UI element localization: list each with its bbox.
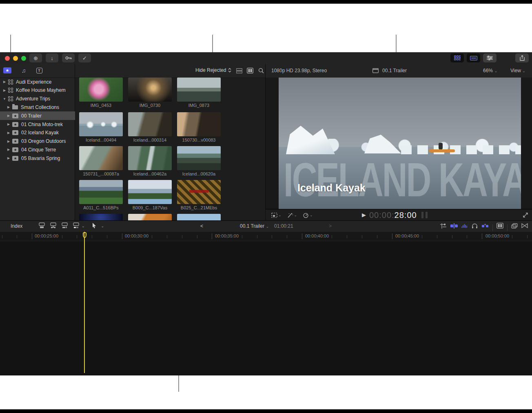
chevron-down-icon[interactable]: ⌄ bbox=[101, 223, 104, 229]
previous-project-arrow[interactable]: < bbox=[200, 223, 203, 229]
browser-clip-thumbnail[interactable] bbox=[177, 78, 221, 102]
browser-clip-thumbnail[interactable] bbox=[79, 78, 123, 102]
crop-icon[interactable]: ⌄ bbox=[271, 213, 282, 218]
enhance-wand-icon[interactable]: ⌄ bbox=[287, 213, 297, 218]
playhead-handle[interactable] bbox=[83, 232, 86, 238]
filter-dropdown[interactable]: Hide Rejected bbox=[195, 67, 231, 73]
play-button[interactable]: ▶ bbox=[362, 212, 366, 218]
browser-clip-thumbnail[interactable] bbox=[128, 112, 172, 136]
music-photos-tab[interactable]: ♫ bbox=[20, 67, 28, 74]
timeline-option-buttons bbox=[440, 222, 528, 229]
disclosure-collapsed-icon[interactable]: ▶ bbox=[7, 156, 11, 160]
trim-lines-icon[interactable] bbox=[440, 223, 447, 229]
disclosure-collapsed-icon[interactable]: ▶ bbox=[2, 80, 7, 84]
audio-meter-bar bbox=[421, 212, 423, 218]
ruler-timecode: 00:00:35:00 bbox=[215, 233, 239, 238]
library-tab[interactable]: ★ bbox=[3, 67, 11, 74]
disclosure-expanded-icon[interactable]: ▼ bbox=[2, 97, 7, 101]
insert-edit-icon[interactable] bbox=[50, 222, 57, 229]
browser-filmstrip-button[interactable] bbox=[467, 53, 480, 62]
sidebar-item-adventure-trips[interactable]: ▼Adventure Trips bbox=[0, 95, 77, 103]
sidebar-item-02-iceland-kayak[interactable]: ▶★02 Iceland Kayak bbox=[0, 129, 81, 137]
browser-clip-thumbnail[interactable] bbox=[79, 146, 123, 170]
toolbar-divider bbox=[492, 224, 493, 231]
inspector-sliders-button[interactable] bbox=[483, 53, 497, 62]
minimize-window-button[interactable] bbox=[13, 56, 18, 61]
checkmark-circle-button[interactable]: ✓ bbox=[78, 53, 91, 62]
audio-waveform-icon[interactable] bbox=[461, 223, 468, 229]
browser-clip-thumbnail[interactable] bbox=[79, 214, 123, 220]
browser-clip-thumbnail[interactable] bbox=[177, 112, 221, 136]
ruler-tick bbox=[452, 235, 452, 238]
browser-clip-thumbnail[interactable] bbox=[128, 146, 172, 170]
share-button[interactable] bbox=[515, 53, 529, 62]
viewer-zoom-dropdown[interactable]: 66% ⌄ bbox=[483, 68, 497, 73]
sidebar-item-koffee-house-mayhem[interactable]: ▶Koffee House Mayhem bbox=[0, 86, 77, 95]
disclosure-collapsed-icon[interactable]: ▶ bbox=[7, 148, 11, 151]
browser-clip-thumbnail[interactable] bbox=[128, 180, 172, 204]
browser-clip-thumbnail[interactable] bbox=[128, 214, 172, 220]
filmstrip-icon[interactable] bbox=[497, 223, 503, 229]
index-button[interactable]: Index bbox=[11, 223, 22, 229]
browser-grid-button[interactable] bbox=[450, 53, 464, 62]
select-arrow-icon[interactable] bbox=[92, 222, 97, 229]
ruler-tick bbox=[482, 233, 482, 239]
bowtie-icon[interactable] bbox=[521, 223, 528, 228]
sidebar-item-01-china-moto-trek[interactable]: ▶★01 China Moto-trek bbox=[0, 120, 81, 129]
sidebar-item-00-trailer[interactable]: ▶★00 Trailer bbox=[0, 111, 81, 120]
disclosure-collapsed-icon[interactable]: ▶ bbox=[7, 131, 11, 135]
sidebar-item-04-cinque-terre[interactable]: ▶★04 Cinque Terre bbox=[0, 145, 81, 154]
sidebar-item-03-oregon-outdoors[interactable]: ▶★03 Oregon Outdoors bbox=[0, 137, 81, 146]
connect-edit-icon[interactable] bbox=[38, 222, 45, 229]
filmstrip-view-icon[interactable] bbox=[247, 68, 253, 73]
browser-clip-name: B025_C...21MEbs bbox=[177, 205, 221, 210]
append-edit-icon[interactable] bbox=[61, 222, 68, 229]
chevron-down-icon: ⌄ bbox=[266, 224, 269, 229]
headphones-icon[interactable] bbox=[472, 223, 478, 229]
overlay-title: Iceland Kayak bbox=[297, 182, 366, 194]
browser-clip-thumbnail[interactable] bbox=[177, 180, 221, 204]
stack-icon[interactable] bbox=[511, 223, 518, 229]
download-arrow-button[interactable]: ↓ bbox=[46, 53, 58, 62]
browser-clip-thumbnail[interactable] bbox=[79, 180, 123, 204]
snapping-clips-icon[interactable] bbox=[450, 223, 458, 229]
titles-generators-tab[interactable]: T bbox=[35, 67, 43, 74]
browser-clip-thumbnail[interactable] bbox=[79, 112, 123, 136]
key-button[interactable] bbox=[62, 53, 75, 62]
disclosure-collapsed-icon[interactable]: ▶ bbox=[7, 114, 11, 118]
timeline-project-dropdown[interactable]: 00.1 Trailer ⌄ bbox=[240, 223, 269, 229]
solo-clips-icon[interactable] bbox=[481, 223, 489, 229]
updown-chevron-icon bbox=[228, 68, 231, 73]
disclosure-collapsed-icon[interactable]: ▶ bbox=[2, 89, 7, 92]
sidebar-item-smart-collections[interactable]: ▶Smart Collections bbox=[0, 103, 81, 111]
video-frame[interactable]: ICELAND KAYAK Iceland Kayak bbox=[279, 78, 521, 209]
ruler-tick bbox=[257, 235, 257, 238]
disclosure-collapsed-icon[interactable]: ▶ bbox=[7, 122, 11, 126]
sidebar-item-label: Koffee House Mayhem bbox=[16, 87, 66, 93]
disclosure-collapsed-icon[interactable]: ▶ bbox=[7, 105, 11, 109]
timeline-ruler[interactable]: 00:00:25:0000:00:30:0000:00:35:0000:00:4… bbox=[0, 232, 532, 241]
retime-speed-icon[interactable]: ⌄ bbox=[303, 213, 313, 218]
disclosure-collapsed-icon[interactable]: ▶ bbox=[7, 140, 11, 143]
search-icon[interactable] bbox=[258, 68, 264, 73]
close-window-button[interactable] bbox=[5, 56, 10, 61]
zoom-window-button[interactable] bbox=[21, 56, 26, 61]
ruler-tick bbox=[77, 235, 77, 238]
ruler-timecode: 00:00:40:00 bbox=[305, 233, 329, 238]
next-project-arrow[interactable]: > bbox=[329, 223, 332, 229]
browser-clip-thumbnail[interactable] bbox=[128, 78, 172, 102]
fullscreen-expand-icon[interactable] bbox=[523, 212, 528, 220]
chevron-down-icon[interactable]: ⌄ bbox=[82, 223, 85, 229]
browser-clip-thumbnail[interactable] bbox=[177, 214, 221, 220]
playhead-line[interactable] bbox=[84, 232, 85, 373]
plus-circle-button[interactable]: ⊕ bbox=[29, 53, 42, 62]
browser-clip-thumbnail[interactable] bbox=[177, 146, 221, 170]
overwrite-edit-icon[interactable] bbox=[73, 222, 80, 229]
viewer-view-dropdown[interactable]: View ⌄ bbox=[510, 68, 525, 73]
ruler-timecode: 00:00:25:00 bbox=[35, 233, 58, 238]
ruler-timecode: 00:00:45:00 bbox=[395, 233, 419, 238]
sidebar-item-audi-experience[interactable]: ▶Audi Experience bbox=[0, 78, 77, 86]
sidebar-item-05-bavaria-spring[interactable]: ▶★05 Bavaria Spring bbox=[0, 154, 81, 162]
clip-list-icon[interactable] bbox=[236, 68, 242, 73]
sidebar-item-label: 04 Cinque Terre bbox=[21, 147, 56, 153]
